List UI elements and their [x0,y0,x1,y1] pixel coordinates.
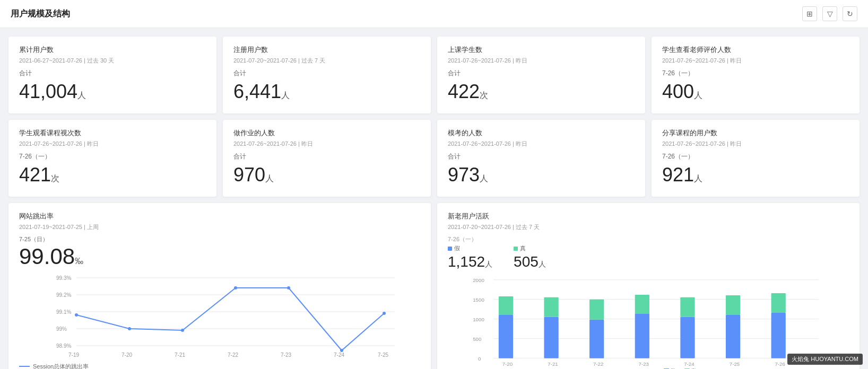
card-sub-homework-users: 合计 [233,152,420,161]
svg-rect-49 [726,315,740,358]
expand-button[interactable]: ⊞ [802,6,817,21]
card-title-homework-users: 做作业的人数 [233,128,420,138]
svg-rect-46 [680,317,695,358]
svg-text:7-22: 7-22 [593,362,603,367]
bar-chart-title: 新老用户活跃 [448,212,849,221]
card-date-class-students: 2021-07-26~2021-07-26 | 昨日 [448,57,635,65]
svg-text:99.1%: 99.1% [56,309,71,315]
svg-rect-41 [589,300,604,320]
card-sub-cumulative-users: 合计 [19,69,206,78]
card-date-registered-users: 2021-07-20~2021-07-26 | 过去 7 天 [233,57,420,65]
card-registered-users: 注册用户数 2021-07-20~2021-07-26 | 过去 7 天 合计 … [223,37,431,113]
card-sub-teacher-rating: 7-26（一） [662,69,849,78]
card-value-cumulative-users: 41,004人 [19,80,206,103]
svg-text:2000: 2000 [473,277,484,283]
svg-text:0: 0 [478,356,481,362]
svg-text:500: 500 [473,336,482,342]
cards-row-1: 累计用户数 2021-06-27~2021-07-26 | 过去 30 天 合计… [8,37,860,113]
bounce-rate-chart-card: 网站跳出率 2021-07-19~2021-07-25 | 上周 7-25（日）… [8,203,431,369]
bar-header: 假 1,152人 真 505人 [448,244,849,270]
card-teacher-rating: 学生查看老师评价人数 2021-07-26~2021-07-26 | 昨日 7-… [652,37,860,113]
old-user-value: 505人 [514,253,546,270]
svg-point-16 [383,312,386,315]
svg-text:7-20: 7-20 [121,352,132,358]
svg-text:99.2%: 99.2% [56,292,71,298]
card-date-teacher-rating: 2021-07-26~2021-07-26 | 昨日 [662,57,849,65]
card-value-share-course-users: 921人 [662,163,849,186]
card-sub-class-students: 合计 [448,69,635,78]
bar-chart-card: 新老用户活跃 2021-07-20~2021-07-26 | 过去 7 天 7-… [437,203,860,369]
card-date-video-views: 2021-07-26~2021-07-26 | 昨日 [19,140,206,148]
svg-text:1500: 1500 [473,297,484,303]
old-color-dot [514,247,518,251]
cards-row-2: 学生观看课程视次数 2021-07-26~2021-07-26 | 昨日 7-2… [8,120,860,197]
svg-rect-38 [544,297,558,317]
card-date-cumulative-users: 2021-06-27~2021-07-26 | 过去 30 天 [19,57,206,65]
svg-text:7-25: 7-25 [378,352,388,358]
svg-point-14 [287,286,290,289]
svg-text:7-24: 7-24 [334,352,344,358]
card-title-class-students: 上课学生数 [448,45,635,55]
svg-rect-40 [589,320,604,358]
card-date-homework-users: 2021-07-26~2021-07-26 | 昨日 [233,140,420,148]
watermark: 火焰兔 HUOYANTU.COM [787,354,863,365]
svg-text:7-24: 7-24 [684,362,695,367]
card-mock-exam-users: 模考的人数 2021-07-26~2021-07-26 | 昨日 合计 973人 [437,120,645,197]
card-video-views: 学生观看课程视次数 2021-07-26~2021-07-26 | 昨日 7-2… [8,120,216,197]
svg-text:7-20: 7-20 [502,362,513,367]
filter-button[interactable]: ▽ [822,6,837,21]
svg-text:99%: 99% [56,326,67,332]
line-chart-svg: 99.3% 99.2% 99.1% 99% 98.9% [19,275,420,359]
line-chart-area: 99.3% 99.2% 99.1% 99% 98.9% [19,275,420,359]
new-user-label: 假 [448,244,492,252]
card-title-share-course-users: 分享课程的用户数 [662,128,849,138]
legend-line-icon [19,366,30,367]
card-sub-share-course-users: 7-26（一） [662,152,849,161]
svg-text:7-19: 7-19 [68,352,79,358]
card-value-video-views: 421次 [19,163,206,186]
svg-text:7-22: 7-22 [228,352,238,358]
card-sub-mock-exam-users: 合计 [448,152,635,161]
refresh-button[interactable]: ↻ [843,6,857,21]
svg-rect-34 [499,315,513,358]
card-date-share-course-users: 2021-07-26~2021-07-26 | 昨日 [662,140,849,148]
card-title-teacher-rating: 学生查看老师评价人数 [662,45,849,55]
svg-rect-52 [771,313,786,358]
card-title-registered-users: 注册用户数 [233,45,420,55]
new-color-dot [448,247,452,251]
card-value-registered-users: 6,441人 [233,80,420,103]
new-user-stat: 假 1,152人 [448,244,492,270]
card-value-class-students: 422次 [448,80,635,103]
legend-label: Session总体的跳出率 [33,363,89,369]
line-chart-legend: Session总体的跳出率 [19,363,420,369]
old-user-label: 真 [514,244,546,252]
bounce-rate-title: 网站跳出率 [19,212,420,221]
svg-point-12 [181,329,184,332]
card-title-mock-exam-users: 模考的人数 [448,128,635,138]
bottom-section: 网站跳出率 2021-07-19~2021-07-25 | 上周 7-25（日）… [8,203,860,369]
bounce-sub-date: 7-25（日） [19,235,420,243]
svg-text:98.9%: 98.9% [56,343,71,349]
svg-point-11 [128,327,131,330]
card-value-homework-users: 970人 [233,163,420,186]
bounce-rate-date: 2021-07-19~2021-07-25 | 上周 [19,223,420,231]
card-date-mock-exam-users: 2021-07-26~2021-07-26 | 昨日 [448,140,635,148]
svg-rect-50 [726,295,740,315]
svg-text:7-21: 7-21 [175,352,185,358]
old-user-stat: 真 505人 [514,244,546,270]
svg-text:1000: 1000 [473,317,484,322]
svg-rect-37 [544,317,558,358]
page-header: 用户规模及结构 ⊞ ▽ ↻ [0,0,868,28]
svg-rect-53 [771,293,786,313]
svg-rect-35 [499,296,513,315]
card-title-video-views: 学生观看课程视次数 [19,128,206,138]
svg-text:7-23: 7-23 [639,362,649,367]
card-share-course-users: 分享课程的用户数 2021-07-26~2021-07-26 | 昨日 7-26… [652,120,860,197]
card-sub-registered-users: 合计 [233,69,420,78]
card-sub-video-views: 7-26（一） [19,152,206,161]
svg-text:7-25: 7-25 [730,362,740,367]
bar-sub-date: 7-26（一） [448,235,849,243]
svg-rect-43 [635,313,649,358]
svg-text:7-26: 7-26 [775,362,785,367]
header-icons: ⊞ ▽ ↻ [802,6,857,21]
